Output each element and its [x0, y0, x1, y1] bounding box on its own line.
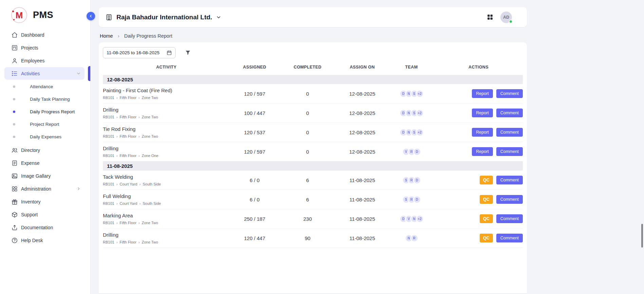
- activity-title: Painting - First Coat (Fire Red): [103, 87, 230, 93]
- sidebar-item-label: Image Gallary: [21, 173, 51, 179]
- assign-on-cell: 11-08-2025: [336, 197, 389, 202]
- activities-submenu: AttendanceDaily Task PlanningDaily Progr…: [0, 80, 90, 144]
- sidebar-item-dashboard[interactable]: Dashboard: [4, 28, 85, 41]
- breadcrumb-home[interactable]: Home: [100, 33, 113, 39]
- sidebar-item-documentation[interactable]: Documentation: [4, 221, 85, 234]
- path-segment: Zone Two: [142, 115, 158, 119]
- sidebar-subitem-attendance[interactable]: Attendance: [0, 80, 90, 93]
- team-cell: SRD: [389, 176, 434, 184]
- qc-button[interactable]: QC: [480, 195, 493, 204]
- comment-button[interactable]: Comment: [496, 176, 523, 184]
- sidebar-item-label: Support: [21, 212, 38, 217]
- activity-path: RB101›Court Yard›South Side: [103, 182, 230, 186]
- team-avatar[interactable]: D: [413, 148, 421, 156]
- report-button[interactable]: Report: [472, 89, 493, 98]
- filter-icon[interactable]: [185, 50, 191, 56]
- sidebar-subitem-project-report[interactable]: Project Report: [0, 118, 90, 131]
- sidebar-subitem-daily-expenses[interactable]: Daily Expenses: [0, 131, 90, 143]
- chevron-right-icon: ›: [116, 201, 118, 205]
- comment-button[interactable]: Comment: [496, 234, 523, 242]
- sidebar-item-label: Expense: [21, 160, 39, 166]
- column-header-assigned: ASSIGNED: [230, 65, 279, 70]
- team-more-chip[interactable]: +2: [416, 109, 424, 117]
- path-segment: RB101: [103, 182, 114, 186]
- table-row: Painting - First Coat (Fire Red)RB101›Fi…: [103, 84, 523, 103]
- path-segment: South Side: [143, 201, 161, 205]
- path-segment: RB101: [103, 154, 114, 158]
- scrollbar-thumb[interactable]: [641, 224, 643, 248]
- team-avatar[interactable]: R: [410, 234, 418, 242]
- table-row: Full WeldingRB101›Court Yard›South Side6…: [103, 190, 523, 209]
- activity-title: Drilling: [103, 232, 230, 238]
- qc-button[interactable]: QC: [480, 214, 493, 223]
- user-avatar[interactable]: AD: [500, 12, 512, 23]
- report-button[interactable]: Report: [472, 109, 493, 117]
- team-more-chip[interactable]: +2: [416, 215, 424, 223]
- logo-row: M PMS: [0, 0, 90, 28]
- sidebar-item-expense[interactable]: Expense: [4, 157, 85, 169]
- company-selector[interactable]: Raja Bahadur International Ltd.: [105, 14, 221, 21]
- assign-on-cell: 11-08-2025: [336, 235, 389, 241]
- assign-on-cell: 12-08-2025: [336, 130, 389, 135]
- comment-button[interactable]: Comment: [496, 89, 523, 98]
- sidebar-item-support[interactable]: Support: [4, 208, 85, 221]
- activity-path: RB101›Court Yard›South Side: [103, 201, 230, 205]
- sidebar-item-label: Projects: [21, 45, 38, 51]
- team-more-chip[interactable]: +2: [416, 129, 424, 136]
- chevron-right-icon: ›: [139, 134, 140, 138]
- actions-cell: QCComment: [434, 214, 523, 223]
- breadcrumb-current: Daily Progress Report: [124, 33, 172, 39]
- assign-on-cell: 12-08-2025: [336, 149, 389, 155]
- bullet-dot: [13, 123, 15, 125]
- activity-path: RB101›Fifth Floor›Zone Two: [103, 96, 230, 100]
- column-header-activity: ACTIVITY: [103, 65, 230, 70]
- comment-button[interactable]: Comment: [496, 109, 523, 117]
- avatar-initials: AD: [503, 15, 509, 20]
- activity-title: Tie Rod Fixing: [103, 126, 230, 132]
- apps-grid-icon[interactable]: [486, 14, 494, 21]
- report-button[interactable]: Report: [472, 147, 493, 156]
- sidebar-subitem-daily-progress-report[interactable]: Daily Progress Report: [0, 105, 90, 118]
- sidebar-item-activities[interactable]: Activities: [4, 67, 85, 80]
- comment-button[interactable]: Comment: [496, 128, 523, 137]
- chevron-right-icon: ›: [140, 201, 141, 205]
- sidebar-item-administration[interactable]: Administration: [4, 182, 85, 195]
- path-segment: Fifth Floor: [119, 134, 136, 138]
- sidebar-item-help-desk[interactable]: Help Desk: [4, 234, 85, 247]
- team-avatar[interactable]: D: [413, 196, 421, 203]
- date-range-input[interactable]: 11-08-2025 to 16-08-2025: [103, 47, 176, 58]
- sidebar-item-employees[interactable]: Employees: [4, 54, 85, 67]
- comment-button[interactable]: Comment: [496, 147, 523, 156]
- activity-cell: DrillingRB101›Fifth Floor›Zone One: [103, 145, 230, 158]
- path-segment: RB101: [103, 221, 114, 225]
- path-segment: RB101: [103, 96, 114, 100]
- submenu-item-label: Project Report: [30, 122, 59, 127]
- report-button[interactable]: Report: [472, 128, 493, 137]
- chevron-right-icon: ›: [116, 134, 118, 138]
- employees-icon: [11, 57, 18, 64]
- sidebar-subitem-daily-task-planning[interactable]: Daily Task Planning: [0, 93, 90, 105]
- assigned-cell: 6 / 0: [230, 197, 279, 202]
- sidebar-item-projects[interactable]: Projects: [4, 41, 85, 54]
- comment-button[interactable]: Comment: [496, 195, 523, 204]
- team-more-chip[interactable]: +2: [416, 90, 424, 98]
- qc-button[interactable]: QC: [480, 176, 493, 184]
- actions-cell: ReportComment: [434, 128, 523, 137]
- assign-on-cell: 11-08-2025: [336, 216, 389, 222]
- sidebar-item-inventory[interactable]: Inventory: [4, 195, 85, 208]
- comment-button[interactable]: Comment: [496, 214, 523, 223]
- sidebar-item-image-gallary[interactable]: Image Gallary: [4, 170, 85, 182]
- team-avatar[interactable]: D: [413, 176, 421, 184]
- activity-path: RB101›Fifth Floor›Zone Two: [103, 240, 230, 244]
- sidebar-item-directory[interactable]: Directory: [4, 144, 85, 156]
- path-segment: RB101: [103, 115, 114, 119]
- calendar-icon: [166, 50, 172, 56]
- team-cell: NR: [389, 234, 434, 242]
- chevron-right-icon: ›: [116, 182, 118, 186]
- qc-button[interactable]: QC: [480, 234, 493, 242]
- assigned-cell: 100 / 447: [230, 110, 279, 116]
- column-header-team: TEAM: [389, 65, 434, 70]
- sidebar-collapse-button[interactable]: [87, 12, 95, 20]
- path-segment: Fifth Floor: [119, 115, 136, 119]
- team-cell: SRD: [389, 196, 434, 203]
